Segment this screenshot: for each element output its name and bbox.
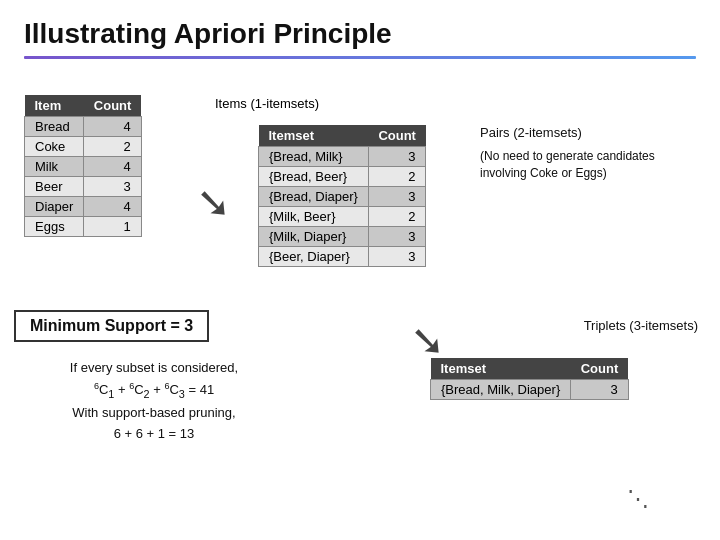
arrow-right-down-1: ➘ xyxy=(196,178,231,227)
table-row: {Milk, Beer}2 xyxy=(259,207,426,227)
table-row: Milk4 xyxy=(25,157,142,177)
table3: Itemset Count {Bread, Milk, Diaper}3 xyxy=(430,358,629,400)
table-row: Diaper4 xyxy=(25,197,142,217)
pairs-label: Pairs (2-itemsets) xyxy=(480,125,582,140)
bottom-line1: If every subset is considered, xyxy=(14,358,294,379)
table3-wrapper: Itemset Count {Bread, Milk, Diaper}3 xyxy=(430,358,629,400)
dots: ⋱ xyxy=(627,486,652,512)
table3-header-itemset: Itemset xyxy=(431,358,571,380)
table-row: {Bread, Beer}2 xyxy=(259,167,426,187)
min-support-box: Minimum Support = 3 xyxy=(14,310,209,342)
table1-header-item: Item xyxy=(25,95,84,117)
triplets-label: Triplets (3-itemsets) xyxy=(584,318,698,333)
bottom-line2: 6C1 + 6C2 + 6C3 = 41 xyxy=(14,379,294,403)
table-row: {Milk, Diaper}3 xyxy=(259,227,426,247)
table3-header-count: Count xyxy=(571,358,629,380)
table-row: Bread4 xyxy=(25,117,142,137)
table-row: Beer3 xyxy=(25,177,142,197)
table1-header-count: Count xyxy=(84,95,142,117)
bottom-text: If every subset is considered, 6C1 + 6C2… xyxy=(14,358,294,445)
table2: Itemset Count {Bread, Milk}3{Bread, Beer… xyxy=(258,125,426,267)
table2-header-count: Count xyxy=(368,125,426,147)
table-row: Coke2 xyxy=(25,137,142,157)
bottom-line3: With support-based pruning, xyxy=(14,403,294,424)
page-container: Illustrating Apriori Principle Items (1-… xyxy=(0,0,720,540)
bottom-line4: 6 + 6 + 1 = 13 xyxy=(14,424,294,445)
table-row: {Bread, Milk, Diaper}3 xyxy=(431,380,629,400)
pairs-note: (No need to generate candidates involvin… xyxy=(480,148,690,182)
table-row: {Bread, Milk}3 xyxy=(259,147,426,167)
table-row: {Beer, Diaper}3 xyxy=(259,247,426,267)
title-underline xyxy=(24,56,696,59)
page-title: Illustrating Apriori Principle xyxy=(24,18,696,50)
table-row: {Bread, Diaper}3 xyxy=(259,187,426,207)
table1-wrapper: Item Count Bread4Coke2Milk4Beer3Diaper4E… xyxy=(24,95,142,237)
table1-label: Items (1-itemsets) xyxy=(215,96,319,111)
table2-header-itemset: Itemset xyxy=(259,125,369,147)
table2-wrapper: Itemset Count {Bread, Milk}3{Bread, Beer… xyxy=(258,125,426,267)
table-row: Eggs1 xyxy=(25,217,142,237)
table1: Item Count Bread4Coke2Milk4Beer3Diaper4E… xyxy=(24,95,142,237)
